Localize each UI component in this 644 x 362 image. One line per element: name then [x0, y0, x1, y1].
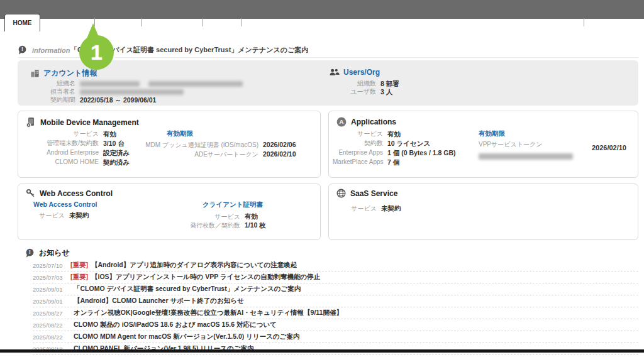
mdm-service-value: 有効 [103, 129, 116, 138]
account-section-title: アカウント情報 [43, 68, 97, 79]
news-row: 2025/08/22 CLOMO MDM Agent for macOS 新バー… [33, 331, 638, 343]
field-label: MDM プッシュ通知証明書 (iOS/macOS) [142, 141, 258, 150]
mdm-expiry-block: 有効期限 MDM プッシュ通知証明書 (iOS/macOS) 2026/02/0… [142, 129, 296, 159]
vpp-token-date: 2026/02/10 [592, 144, 626, 151]
user-count-value: 3 人 [380, 88, 392, 96]
mdm-card-title: Mobile Device Management [40, 118, 139, 127]
news-link[interactable]: CLOMO MDM Agent for macOS 新バージョン(Ver.1.5… [74, 332, 299, 341]
mdm-ade-token-date: 2026/02/10 [263, 150, 296, 159]
users-org-section-header: Users/Org [329, 68, 380, 77]
news-link[interactable]: CLOMO 製品の iOS/iPadOS 18.6 および macOS 15.6… [74, 321, 277, 329]
appstore-icon: A [336, 117, 347, 127]
news-row: 2025/09/01 【Android】CLOMO Launcher サポート終… [33, 295, 638, 307]
tab-applications[interactable]: Applications [142, 19, 203, 26]
field-label: サービス [340, 204, 377, 212]
news-row: 2025/07/03 [重要] 【iOS】アプリアンインストール時の VPP ラ… [33, 272, 638, 283]
news-section-title: お知らせ [39, 248, 70, 258]
saas-card-title: SaaS Service [350, 189, 397, 198]
news-date: 2025/08/22 [33, 322, 66, 329]
applications-status-rows: サービス 有効 契約数 10 ライセンス Enterprise Apps 1 個… [333, 129, 456, 167]
vpp-token-label: VPPサービストークン [479, 140, 573, 149]
news-date: 2025/09/01 [33, 298, 66, 305]
wac-service-value: 未契約 [69, 211, 89, 219]
wac-right-block: クライアント証明書 サービス 有効 発行枚数／契約数 1/10 枚 [170, 200, 266, 230]
mdm-expiry-link[interactable]: 有効期限 [167, 129, 296, 138]
saas-service-value: 未契約 [381, 204, 401, 212]
news-row: 2025/08/27 オンライン視聴OK|Google登壇!業務改善に役立つ最新… [33, 307, 638, 319]
news-link[interactable]: 【Android】アプリ追加時のダイアログ表示内容についての注意喚起 [91, 261, 297, 270]
contract-period-value: 2022/05/18 ～ 2099/06/01 [80, 96, 156, 104]
building-icon [30, 69, 40, 78]
news-list: 2025/07/10 [重要] 【Android】アプリ追加時のダイアログ表示内… [33, 260, 638, 355]
svg-text:!: ! [29, 249, 31, 255]
news-date: 2025/07/03 [33, 274, 66, 281]
svg-text:!: ! [21, 46, 23, 52]
news-link[interactable]: 【iOS】アプリアンインストール時の VPP ライセンスの自動剥奪機能の停止 [91, 273, 320, 282]
field-label: 担当者名 [26, 88, 75, 96]
field-label: サービス [22, 129, 99, 138]
saas-card-header: SaaS Service [336, 189, 397, 198]
news-row: 2025/09/01 「CLOMO デバイス証明書 secured by Cyb… [33, 283, 638, 295]
field-label: 発行枚数／契約数 [170, 221, 240, 229]
news-link[interactable]: オンライン視聴OK|Google登壇!業務改善に役立つ最新AI・セキュリティ情報… [74, 309, 343, 317]
saas-rows: サービス 未契約 [340, 204, 401, 213]
field-label: 組織名 [26, 80, 75, 87]
redacted-value [148, 81, 243, 87]
nav-right-group: Support Settings [543, 13, 636, 31]
gear-icon [597, 18, 605, 26]
mdm-card-header: Mobile Device Management [26, 117, 139, 128]
field-label: ユーザ数 [314, 88, 376, 96]
users-org-rows: 組織数 8 部署 ユーザ数 3 人 [314, 80, 399, 96]
client-cert-link[interactable]: クライアント証明書 [203, 200, 266, 209]
wac-card-header: Web Access Control [26, 189, 113, 198]
support-button[interactable]: Support [543, 19, 574, 26]
apps-license-value: 10 ライセンス [387, 139, 430, 148]
org-count-value: 8 部署 [380, 80, 399, 87]
news-link[interactable]: 【Android】CLOMO Launcher サポート終了のお知らせ [74, 297, 244, 305]
account-section-header: アカウント情報 [30, 68, 97, 79]
apps-service-value: 有効 [387, 129, 401, 138]
mdm-clomo-home-value: 契約済み [103, 158, 130, 167]
mobile-device-icon [26, 117, 36, 128]
step-badge: 1 [79, 35, 114, 70]
info-bubble-icon: ! [18, 45, 27, 55]
field-label: 契約数 [333, 139, 383, 148]
tab-reports[interactable]: Reports [242, 19, 288, 26]
news-row: 2025/07/10 [重要] 【Android】アプリ追加時のダイアログ表示内… [33, 260, 638, 272]
field-label: ADEサーバートークン [142, 150, 258, 159]
wac-left-block: Web Access Control サービス 未契約 [33, 200, 97, 220]
tab-jobs[interactable]: Jobs [203, 19, 240, 26]
window-bottom-edge [0, 349, 644, 353]
field-label: CLOMO HOME [22, 158, 99, 167]
mdm-card: Mobile Device Management サービス 有効 管理端末数/契… [18, 111, 321, 178]
wac-card-title: Web Access Control [40, 189, 113, 198]
mdm-push-cert-date: 2026/02/06 [263, 141, 296, 150]
redacted-value [80, 81, 140, 87]
tab-home[interactable]: HOME [4, 14, 40, 31]
web-access-control-card: Web Access Control Web Access Control サー… [18, 184, 321, 240]
key-icon [26, 189, 35, 198]
redacted-value [479, 153, 573, 160]
field-label: MarketPlace Apps [333, 158, 383, 167]
important-tag: [重要] [70, 273, 88, 282]
svg-text:A: A [340, 118, 344, 125]
news-link[interactable]: 「CLOMO デバイス証明書 secured by CyberTrust」メンテ… [74, 285, 301, 293]
field-label: 契約期間 [26, 96, 75, 104]
apps-expiry-link[interactable]: 有効期限 [479, 129, 573, 138]
apps-enterprise-value: 1 個 (0 Bytes / 1.8 GB) [387, 148, 456, 157]
settings-button[interactable]: Settings [593, 18, 636, 26]
news-date: 2025/09/01 [33, 286, 66, 293]
wac-link[interactable]: Web Access Control [33, 200, 97, 208]
globe-icon [336, 189, 346, 198]
tab-devices[interactable]: Devices [95, 19, 142, 26]
information-label: information [32, 47, 70, 54]
applications-card: A Applications サービス 有効 契約数 10 ライセンス Ente… [328, 111, 638, 178]
nav-tabs: Users/Org Devices Applications Jobs Repo… [42, 13, 287, 31]
mdm-android-enterprise-value: 設定済み [103, 148, 130, 157]
users-icon [329, 68, 340, 77]
important-tag: [重要] [70, 261, 88, 270]
news-date: 2025/08/22 [33, 334, 66, 341]
settings-label: Settings [608, 19, 633, 26]
field-label: サービス [333, 129, 383, 138]
account-panel: アカウント情報 組織名 担当者名 契約期間 2022/05/18 ～ 2099/… [18, 60, 638, 106]
